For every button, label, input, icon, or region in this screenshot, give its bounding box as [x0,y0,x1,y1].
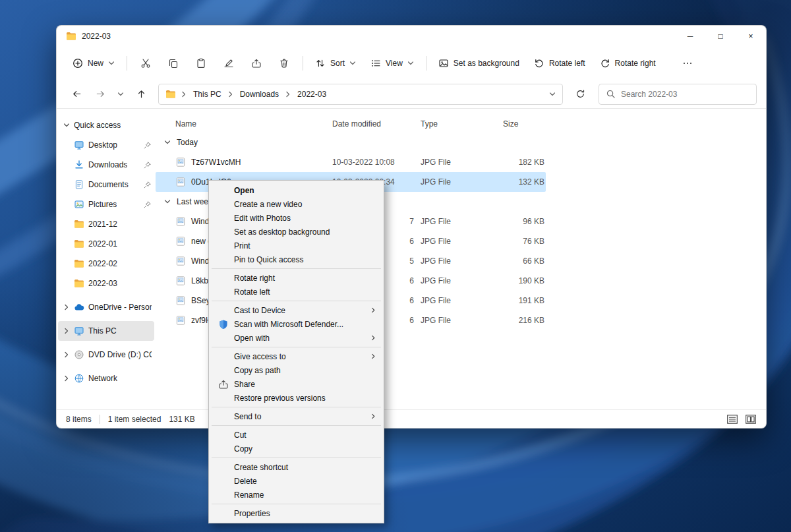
back-button[interactable] [66,84,87,104]
share-button[interactable] [243,52,270,74]
sidebar-item-label: Desktop [88,140,117,150]
chevron-right-icon [63,304,70,310]
sidebar-item-pictures[interactable]: Pictures [58,194,154,214]
new-button[interactable]: New [66,52,121,74]
more-button[interactable] [674,52,701,74]
desktop: 2022-03 ─ □ × New Sort [0,0,791,532]
chevron-right-icon [227,91,234,98]
sidebar-item-2022-01[interactable]: 2022-01 [58,234,154,254]
column-name[interactable]: Name [156,119,332,129]
sort-button[interactable]: Sort [308,52,363,74]
pin-icon [143,141,152,150]
group-header-today[interactable]: Today [156,133,766,152]
menu-item-copy-as-path[interactable]: Copy as path [210,363,382,377]
details-view-icon[interactable] [726,413,738,425]
menu-item-restore-previous-versions[interactable]: Restore previous versions [210,391,382,405]
group-label: Today [177,138,198,147]
menu-item-properties[interactable]: Properties [210,506,382,520]
forward-button[interactable] [90,84,111,104]
sidebar-item-downloads[interactable]: Downloads [58,155,154,175]
toolbar: New Sort View Set [57,47,766,80]
recent-locations-button[interactable] [113,84,128,104]
sidebar-item-documents[interactable]: Documents [58,175,154,194]
toolbar-separator [303,56,303,71]
sidebar-item-this-pc[interactable]: This PC [58,321,154,341]
breadcrumb-downloads[interactable]: Downloads [239,90,280,99]
menu-item-cut[interactable]: Cut [210,428,382,442]
set-background-button[interactable]: Set as background [432,52,526,74]
rotate-left-label: Rotate left [549,59,585,68]
sidebar-item-desktop[interactable]: Desktop [58,135,154,155]
column-size[interactable]: Size [497,119,546,129]
image-icon [438,58,449,69]
sidebar-item-dvd-drive[interactable]: DVD Drive (D:) CCC [58,345,154,365]
sidebar-item-2022-03[interactable]: 2022-03 [58,274,154,293]
menu-item-create-a-new-video[interactable]: Create a new video [210,197,382,211]
breadcrumb[interactable]: This PC Downloads 2022-03 [158,84,563,105]
sidebar-item-2022-02[interactable]: 2022-02 [58,254,154,274]
pin-icon [143,181,152,189]
maximize-button[interactable]: □ [705,26,736,47]
cut-button[interactable] [132,52,159,74]
column-type[interactable]: Type [421,119,497,129]
menu-item-pin-to-quick-access[interactable]: Pin to Quick access [210,252,382,266]
paste-button[interactable] [188,52,214,74]
sort-button-label: Sort [330,59,345,68]
titlebar: 2022-03 ─ □ × [57,26,766,47]
menu-item-edit-with-photos[interactable]: Edit with Photos [210,211,382,225]
chevron-down-icon [117,91,124,98]
menu-item-rotate-right[interactable]: Rotate right [210,271,382,285]
menu-item-open[interactable]: Open [210,183,382,197]
file-type: JPG File [421,237,497,246]
ellipsis-icon [682,58,693,69]
rename-button[interactable] [216,52,242,74]
copy-button[interactable] [160,52,187,74]
menu-item-set-as-desktop-background[interactable]: Set as desktop background [210,225,382,239]
toolbar-separator [426,56,426,71]
close-button[interactable]: × [736,26,766,47]
menu-item-share[interactable]: Share [210,377,382,391]
menu-item-cast-to-device[interactable]: Cast to Device [210,303,382,317]
window-body: Quick access Desktop Downloads Documents [57,109,766,409]
up-button[interactable] [131,84,152,104]
plus-icon [73,58,83,69]
share-icon [218,379,229,390]
menu-item-create-shortcut[interactable]: Create shortcut [210,460,382,474]
menu-item-send-to[interactable]: Send to [210,409,382,423]
defender-shield-icon [218,319,229,330]
file-type: JPG File [421,276,497,285]
menu-item-scan-with-defender[interactable]: Scan with Microsoft Defender... [210,317,382,331]
rotate-right-button[interactable]: Rotate right [593,52,662,74]
sidebar-item-2021-12[interactable]: 2021-12 [58,214,154,234]
address-dropdown-icon[interactable] [549,91,556,98]
breadcrumb-2022-03[interactable]: 2022-03 [296,90,328,99]
menu-item-give-access-to[interactable]: Give access to [210,349,382,363]
menu-item-delete[interactable]: Delete [210,474,382,488]
desktop-icon [74,140,84,150]
rotate-right-label: Rotate right [615,59,656,68]
menu-item-rotate-left[interactable]: Rotate left [210,285,382,299]
rotate-left-button[interactable]: Rotate left [527,52,592,74]
menu-item-open-with[interactable]: Open with [210,331,382,345]
thumbnails-view-icon[interactable] [745,413,757,425]
refresh-button[interactable] [570,84,591,104]
search-input[interactable] [621,90,749,99]
menu-item-copy[interactable]: Copy [210,442,382,456]
view-button[interactable]: View [364,52,421,74]
paste-icon [196,58,206,69]
sidebar-item-quick-access[interactable]: Quick access [58,115,154,135]
column-date-modified[interactable]: Date modified [332,119,421,129]
delete-button[interactable] [271,52,297,74]
menu-item-print[interactable]: Print [210,239,382,252]
sidebar-item-network[interactable]: Network [58,369,154,388]
address-bar: This PC Downloads 2022-03 [57,80,766,109]
jpg-file-icon [175,276,186,286]
file-size: 132 KB [497,177,546,187]
jpg-file-icon [175,157,186,167]
file-row[interactable]: Tz67W1vcMH 10-03-2022 10:08 JPG File 182… [156,152,546,172]
menu-item-rename[interactable]: Rename [210,488,382,502]
minimize-button[interactable]: ─ [675,26,705,47]
breadcrumb-this-pc[interactable]: This PC [192,90,223,99]
sidebar-item-onedrive[interactable]: OneDrive - Personal [58,297,154,317]
jpg-file-icon [175,315,186,326]
